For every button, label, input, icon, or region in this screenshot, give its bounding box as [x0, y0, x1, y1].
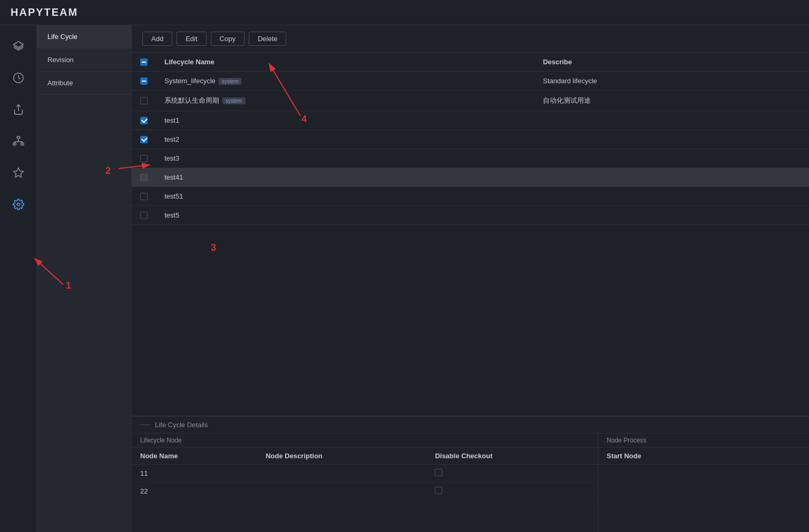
- table-header-row: Lifecycle Name Describe: [132, 53, 809, 72]
- col-node-desc: Node Description: [257, 448, 426, 465]
- table-row: System_lifecyclesystemStandard lifecycle: [132, 72, 809, 91]
- add-button[interactable]: Add: [142, 32, 172, 46]
- details-left-panel: Lifecycle Node Node Name Node Descriptio…: [132, 434, 598, 532]
- table-row: test5: [132, 206, 809, 225]
- sidebar-item-attribute[interactable]: Attribute: [37, 72, 131, 95]
- disable-checkout-cell: [426, 465, 598, 482]
- row-describe: Standard lifecycle: [534, 72, 809, 91]
- row-lifecycle-name: test1: [156, 111, 534, 130]
- icon-sidebar: [0, 25, 37, 532]
- details-section: Life Cycle Details Lifecycle Node Node N…: [132, 416, 809, 532]
- sidebar-icon-clock[interactable]: [8, 67, 29, 88]
- row-describe: [534, 149, 809, 168]
- sidebar-icon-share[interactable]: [8, 99, 29, 120]
- row-checkbox-cell: [132, 91, 156, 111]
- row-describe: [534, 111, 809, 130]
- svg-point-12: [17, 203, 20, 206]
- details-right-panel: Node Process Start Node: [598, 434, 809, 532]
- delete-button[interactable]: Delete: [249, 32, 287, 46]
- lifecycle-node-title: Lifecycle Node: [132, 434, 598, 448]
- disable-checkout-cell: [426, 482, 598, 500]
- row-checkbox-cell: [132, 206, 156, 225]
- row-checkbox-cell: [132, 168, 156, 187]
- col-describe: Describe: [534, 53, 809, 72]
- node-table: Node Name Node Description Disable Check…: [132, 448, 598, 500]
- node-name: 22: [132, 482, 257, 500]
- col-checkbox: [132, 53, 156, 72]
- row-checkbox[interactable]: [140, 174, 148, 181]
- row-lifecycle-name: test5: [156, 206, 534, 225]
- node-description: [257, 482, 426, 500]
- sidebar-icon-star[interactable]: [8, 162, 29, 183]
- col-start-node: Start Node: [598, 448, 809, 465]
- sidebar-icon-settings[interactable]: [8, 194, 29, 215]
- row-lifecycle-name: test2: [156, 130, 534, 149]
- row-lifecycle-name: test41: [156, 168, 534, 187]
- row-checkbox[interactable]: [140, 136, 148, 143]
- node-description: [257, 465, 426, 482]
- node-table-header: Node Name Node Description Disable Check…: [132, 448, 598, 465]
- table-row: 系统默认生命周期system自动化测试用途: [132, 91, 809, 111]
- row-lifecycle-name: System_lifecyclesystem: [156, 72, 534, 91]
- process-table: Start Node: [598, 448, 809, 465]
- col-lifecycle-name: Lifecycle Name: [156, 53, 534, 72]
- main-layout: Life Cycle Revision Attribute Add Edit C…: [0, 25, 809, 532]
- disable-checkout-checkbox[interactable]: [435, 469, 442, 476]
- table-row: test2: [132, 130, 809, 149]
- row-describe: [534, 206, 809, 225]
- details-header: Life Cycle Details: [132, 417, 809, 434]
- secondary-sidebar: Life Cycle Revision Attribute: [37, 25, 132, 532]
- lifecycle-table: Lifecycle Name Describe System_lifecycle…: [132, 53, 809, 225]
- node-table-row: 11: [132, 465, 598, 482]
- row-checkbox-cell: [132, 149, 156, 168]
- details-header-line: [140, 425, 151, 425]
- row-checkbox-cell: [132, 187, 156, 206]
- sidebar-icon-network[interactable]: [8, 131, 29, 152]
- row-describe: [534, 130, 809, 149]
- row-lifecycle-name: test3: [156, 149, 534, 168]
- disable-checkout-checkbox[interactable]: [435, 487, 442, 494]
- node-process-title: Node Process: [598, 434, 809, 448]
- header: HAPYTEAM: [0, 0, 809, 25]
- svg-rect-3: [17, 136, 20, 139]
- row-checkbox[interactable]: [140, 117, 148, 124]
- row-checkbox[interactable]: [140, 77, 148, 85]
- table-row: test51: [132, 187, 809, 206]
- svg-rect-5: [21, 143, 24, 145]
- row-describe: [534, 187, 809, 206]
- lifecycle-table-container: Lifecycle Name Describe System_lifecycle…: [132, 53, 809, 416]
- node-name: 11: [132, 465, 257, 482]
- row-checkbox[interactable]: [140, 97, 148, 104]
- table-row: test41: [132, 168, 809, 187]
- row-checkbox[interactable]: [140, 212, 148, 219]
- table-row: test1: [132, 111, 809, 130]
- row-lifecycle-name: test51: [156, 187, 534, 206]
- sidebar-icon-layers[interactable]: [8, 36, 29, 57]
- row-describe: 自动化测试用途: [534, 91, 809, 111]
- row-describe: [534, 168, 809, 187]
- col-disable-checkout: Disable Checkout: [426, 448, 598, 465]
- content-area: Add Edit Copy Delete Lifecycle Name: [132, 25, 809, 532]
- node-table-row: 22: [132, 482, 598, 500]
- row-lifecycle-name: 系统默认生命周期system: [156, 91, 534, 111]
- row-checkbox-cell: [132, 130, 156, 149]
- select-all-checkbox[interactable]: [140, 58, 148, 66]
- svg-rect-4: [13, 143, 16, 145]
- copy-button[interactable]: Copy: [211, 32, 245, 46]
- app-title: HAPYTEAM: [11, 6, 78, 18]
- table-row: test3: [132, 149, 809, 168]
- svg-marker-11: [13, 168, 23, 177]
- sidebar-item-lifecycle[interactable]: Life Cycle: [37, 25, 131, 48]
- toolbar: Add Edit Copy Delete: [132, 25, 809, 53]
- row-checkbox[interactable]: [140, 193, 148, 200]
- process-table-header: Start Node: [598, 448, 809, 465]
- sidebar-item-revision[interactable]: Revision: [37, 48, 131, 72]
- edit-button[interactable]: Edit: [177, 32, 206, 46]
- row-checkbox-cell: [132, 72, 156, 91]
- row-checkbox-cell: [132, 111, 156, 130]
- details-content: Lifecycle Node Node Name Node Descriptio…: [132, 434, 809, 532]
- row-checkbox[interactable]: [140, 155, 148, 162]
- col-node-name: Node Name: [132, 448, 257, 465]
